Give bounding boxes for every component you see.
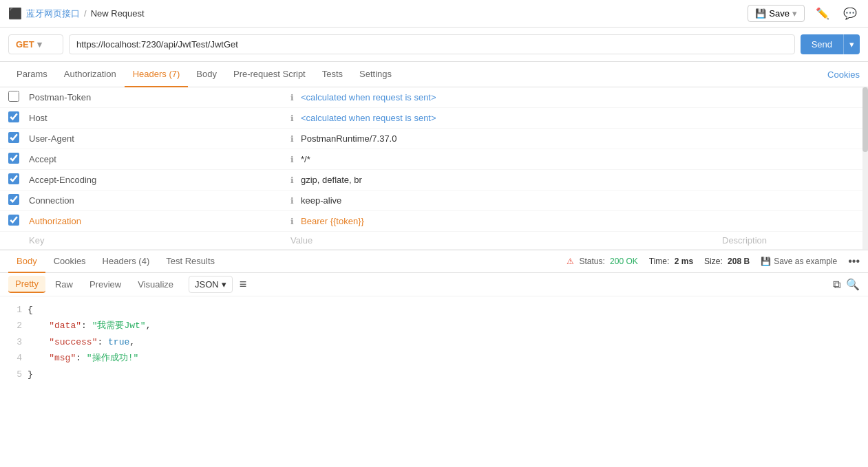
json-key: "success" [49,337,97,347]
send-button[interactable]: Send ▾ [801,34,860,54]
json-viewer: 1 { 2 "data": "我需要Jwt", 3 "success": tru… [0,296,868,388]
json-string: "操作成功!" [87,353,138,363]
line-number: 4 [8,350,22,366]
header-row: Connection ℹ keep-alive [0,191,868,211]
tab-settings[interactable]: Settings [351,62,400,87]
json-string: "我需要Jwt" [92,321,146,331]
checkbox-cell [8,111,29,124]
row-7-checkbox[interactable] [8,215,19,226]
response-meta: ⚠ Status: 200 OK Time: 2 ms Size: 208 B … [567,255,860,268]
json-line-4: 4 "msg": "操作成功!" [8,350,860,366]
response-tab-cookies[interactable]: Cookies [45,250,94,273]
breadcrumb-area: ⬛ 蓝牙网页接口 / New Request [8,7,145,20]
comment-button[interactable]: 💬 [840,4,860,23]
format-tab-preview[interactable]: Preview [83,276,128,292]
send-dropdown-icon[interactable]: ▾ [843,34,860,54]
row-6-value: keep-alive [301,195,860,206]
format-bar: Pretty Raw Preview Visualize JSON ▾ ≡ ⧉ … [0,273,868,296]
tab-authorization[interactable]: Authorization [56,62,125,87]
header-row: Accept ℹ */* [0,149,868,170]
status-value: 200 OK [610,257,638,266]
row-4-checkbox[interactable] [8,153,19,164]
header-row-authorization: Authorization ℹ Bearer {{token}} [0,211,868,232]
response-tab-headers[interactable]: Headers (4) [94,250,158,273]
row-1-key: Postman-Token [29,92,290,102]
method-label: GET [16,39,34,50]
row-3-value: PostmanRuntime/7.37.0 [301,133,860,144]
tab-pre-request[interactable]: Pre-request Script [225,62,314,87]
breadcrumb-separator: / [84,8,87,19]
checkbox-cell [8,132,29,145]
save-disk-icon: 💾 [755,8,766,19]
save-example-button[interactable]: 💾 Save as example [761,257,837,266]
json-content: "msg": "操作成功!" [28,350,138,366]
more-options-button[interactable]: ••• [848,255,860,268]
value-placeholder: Value [290,235,722,246]
row-1-value: <calculated when request is sent> [301,92,860,102]
row-5-checkbox[interactable] [8,173,19,184]
wrap-button[interactable]: ≡ [240,277,247,292]
json-colon: : [97,337,108,347]
method-dropdown-icon: ▾ [37,39,42,50]
copy-button[interactable]: ⧉ [833,278,840,291]
line-number: 5 [8,367,22,382]
json-content: "data": "我需要Jwt", [28,318,151,334]
row-6-checkbox[interactable] [8,194,19,205]
time-value: 2 ms [675,257,693,266]
size-meta: Size: 208 B [704,257,750,266]
top-bar: ⬛ 蓝牙网页接口 / New Request 💾 Save ▾ ✏️ 💬 [0,0,868,28]
tab-tests[interactable]: Tests [314,62,351,87]
header-empty-row: Key Value Description [0,232,868,250]
scrollbar-track [862,87,868,250]
row-7-key: Authorization [29,216,290,226]
tab-params[interactable]: Params [8,62,56,87]
line-number: 3 [8,334,22,350]
send-label: Send [801,34,843,54]
json-line-5: 5 } [8,367,860,382]
json-colon: : [81,321,92,331]
breadcrumb-parent[interactable]: 蓝牙网页接口 [26,8,80,20]
row-4-key: Accept [29,154,290,164]
tab-headers[interactable]: Headers (7) [125,62,189,87]
time-meta: Time: 2 ms [649,257,693,266]
edit-button[interactable]: ✏️ [813,4,832,23]
json-brace-open: { [28,302,33,318]
search-button[interactable]: 🔍 [846,278,860,291]
checkbox-cell [8,173,29,186]
row-4-value: */* [301,154,860,164]
row-6-key: Connection [29,195,290,206]
row-1-checkbox[interactable] [8,91,19,102]
request-tab-bar: Params Authorization Headers (7) Body Pr… [0,62,868,87]
response-tab-body[interactable]: Body [8,250,45,273]
format-tab-raw[interactable]: Raw [48,276,80,292]
status-label: ⚠ Status: 200 OK [567,257,638,266]
breadcrumb: ⬛ 蓝牙网页接口 / New Request [8,7,145,20]
format-tab-visualize[interactable]: Visualize [131,276,180,292]
save-button[interactable]: 💾 Save ▾ [748,5,805,22]
format-json-select[interactable]: JSON ▾ [189,276,233,293]
json-colon: : [76,353,87,363]
response-area: Body Cookies Headers (4) Test Results ⚠ … [0,250,868,388]
json-content: "success": true, [28,334,135,350]
format-tab-pretty[interactable]: Pretty [8,276,45,293]
save-example-icon: 💾 [761,257,771,266]
row-1-info-icon: ℹ [290,93,294,102]
checkbox-cell [8,153,29,166]
row-3-checkbox[interactable] [8,132,19,143]
line-number: 1 [8,302,22,318]
row-4-info-icon: ℹ [290,155,294,164]
row-2-value: <calculated when request is sent> [301,113,860,123]
url-input[interactable] [69,34,795,54]
json-dropdown-icon: ▾ [222,279,226,290]
url-bar: GET ▾ Send ▾ [0,28,868,62]
response-tab-test-results[interactable]: Test Results [158,250,223,273]
size-value: 208 B [728,257,750,266]
key-placeholder: Key [29,235,290,246]
tab-body[interactable]: Body [188,62,225,87]
method-select[interactable]: GET ▾ [8,34,63,54]
json-key: "msg" [49,353,76,363]
cookies-link[interactable]: Cookies [827,69,860,80]
row-3-key: User-Agent [29,133,290,144]
row-2-info-icon: ℹ [290,113,294,123]
row-2-checkbox[interactable] [8,111,19,122]
